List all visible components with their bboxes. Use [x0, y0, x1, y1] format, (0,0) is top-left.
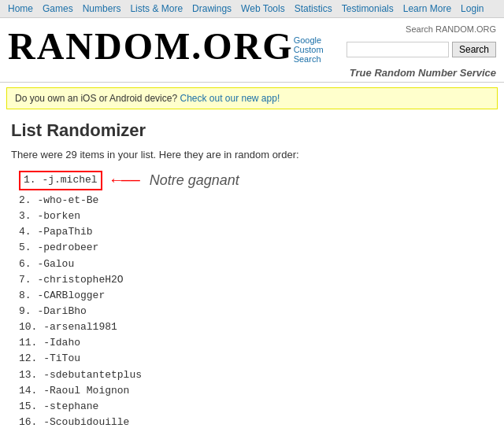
nav-games[interactable]: Games	[43, 3, 73, 14]
list-item: 11. -Idaho	[19, 335, 493, 351]
search-google-label: Google Custom Search	[294, 35, 343, 64]
site-header: RANDOM.ORG Search RANDOM.ORG Google Cust…	[0, 18, 504, 83]
page-title: List Randomizer	[11, 120, 493, 141]
list-item: 1. -j.michel←——Notre gagnant	[19, 168, 493, 193]
search-label: Search RANDOM.ORG	[406, 24, 496, 34]
nav-numbers[interactable]: Numbers	[83, 3, 121, 14]
list-item: 13. -sdebutantetplus	[19, 367, 493, 383]
search-button[interactable]: Search	[452, 42, 496, 57]
header-right: Search RANDOM.ORG Google Custom Search S…	[294, 24, 496, 79]
list-item: 16. -Scoubidouille	[19, 415, 493, 428]
winner-arrow-icon: ←——	[112, 168, 140, 193]
list-item: 9. -DariBho	[19, 304, 493, 319]
list-description: There were 29 items in your list. Here t…	[11, 149, 493, 160]
search-area: Search RANDOM.ORG Google Custom Search S…	[294, 24, 496, 64]
search-input[interactable]	[346, 42, 449, 57]
main-content: List Randomizer There were 29 items in y…	[0, 114, 504, 428]
list-item: 8. -CARBlogger	[19, 288, 493, 304]
list-item: 7. -christopheH2O	[19, 272, 493, 288]
winner-item: 1. -j.michel	[19, 171, 102, 190]
banner-link[interactable]: Check out our new app!	[180, 93, 280, 104]
search-row: Google Custom Search Search	[294, 35, 496, 64]
banner-text: Do you own an iOS or Android device?	[15, 93, 177, 104]
list-item: 10. -arsenal1981	[19, 319, 493, 335]
nav-webtools[interactable]: Web Tools	[241, 3, 285, 14]
randomized-list: 1. -j.michel←——Notre gagnant2. -who-et-B…	[19, 168, 493, 428]
app-banner: Do you own an iOS or Android device? Che…	[6, 87, 498, 109]
nav-home[interactable]: Home	[8, 3, 33, 14]
winner-row: 1. -j.michel←——Notre gagnant	[19, 168, 493, 193]
list-item: 6. -Galou	[19, 256, 493, 272]
list-item: 12. -TiTou	[19, 351, 493, 367]
nav-learnmore[interactable]: Learn More	[403, 3, 451, 14]
list-item: 2. -who-et-Be	[19, 193, 493, 208]
list-item: 5. -pedrobeer	[19, 240, 493, 256]
list-item: 3. -borken	[19, 208, 493, 224]
nav-lists[interactable]: Lists & More	[130, 3, 183, 14]
nav-drawings[interactable]: Drawings	[192, 3, 232, 14]
nav-statistics[interactable]: Statistics	[295, 3, 332, 14]
list-item: 15. -stephane	[19, 399, 493, 415]
top-navigation: Home Games Numbers Lists & More Drawings…	[0, 0, 504, 18]
site-tagline: True Random Number Service	[350, 67, 496, 79]
list-item: 14. -Raoul Moignon	[19, 383, 493, 399]
winner-label: Notre gagnant	[150, 170, 239, 192]
nav-testimonials[interactable]: Testimonials	[342, 3, 394, 14]
nav-login[interactable]: Login	[461, 3, 484, 14]
list-item: 4. -PapaThib	[19, 224, 493, 240]
site-logo: RANDOM.ORG	[8, 24, 294, 68]
